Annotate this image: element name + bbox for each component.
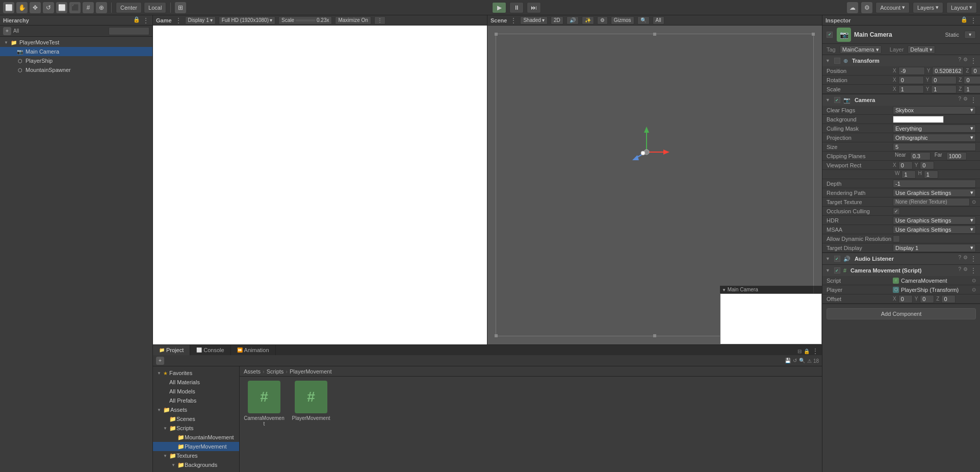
inspector-lock-icon[interactable]: 🔒	[961, 16, 968, 24]
save-icon[interactable]: 💾	[785, 358, 791, 363]
scale-x-input[interactable]	[898, 85, 924, 93]
offset-z-input[interactable]	[941, 295, 956, 303]
scene-canvas[interactable]: ▼ Main Camera	[487, 26, 822, 344]
hierarchy-add-icon[interactable]: +	[3, 27, 11, 35]
vp-h-input[interactable]	[924, 170, 938, 179]
camera-header[interactable]: ▼ ✓ 📷 Camera ? ⚙ ⋮	[822, 94, 980, 106]
tab-console[interactable]: ⬜ Console	[190, 345, 230, 355]
hierarchy-main-camera-item[interactable]: 📷 Main Camera	[0, 47, 152, 56]
layers-btn[interactable]: Layers ▾	[913, 2, 943, 13]
layout-btn[interactable]: Layout ▾	[946, 2, 977, 13]
transform-menu-icon[interactable]: ⋮	[970, 57, 977, 65]
tool-rotate-icon[interactable]: ↺	[43, 2, 54, 13]
scene-menu-icon[interactable]: ⋮	[510, 16, 517, 24]
tree-mountain-movement[interactable]: 📁 MountainMovement	[153, 433, 239, 442]
search-icon[interactable]: 🔍	[799, 358, 805, 363]
cm-settings-icon[interactable]: ⚙	[963, 266, 968, 275]
tab-animation[interactable]: ⏩ Animation	[231, 345, 276, 355]
tree-favorites[interactable]: ▼ ★ Favorites	[153, 368, 239, 378]
audio-btn[interactable]: 🔊	[566, 16, 579, 24]
refresh-icon[interactable]: ↺	[793, 358, 797, 363]
pos-y-input[interactable]	[932, 67, 964, 75]
pause-button[interactable]: ⏸	[509, 2, 524, 13]
scale-btn[interactable]: Scale 0.23x	[278, 16, 332, 24]
fx-btn[interactable]: ✨	[582, 16, 594, 24]
tool-custom-icon[interactable]: ⊕	[96, 2, 107, 13]
hdr-dropdown[interactable]: Use Graphics Settings ▾	[893, 216, 976, 225]
cm-menu-icon[interactable]: ⋮	[970, 266, 977, 275]
inspector-menu-icon[interactable]: ⋮	[970, 16, 977, 24]
cloud-icon[interactable]: ☁	[847, 2, 858, 13]
player-select-icon[interactable]: ⊙	[972, 287, 976, 292]
target-texture-field[interactable]: None (Render Texture)	[893, 198, 970, 206]
transform-header[interactable]: ▼ ⊕ Transform ? ⚙ ⋮	[822, 55, 980, 66]
tool-scale-icon[interactable]: ⬜	[56, 2, 67, 13]
pos-x-input[interactable]	[898, 67, 925, 75]
tree-all-materials[interactable]: All Materials	[153, 378, 239, 387]
handle-tr[interactable]	[812, 33, 815, 36]
layer-dropdown[interactable]: Default ▾	[908, 45, 935, 54]
background-color-swatch[interactable]	[893, 116, 944, 123]
camera-info-icon[interactable]: ?	[958, 96, 961, 104]
audio-settings-icon[interactable]: ⚙	[963, 255, 968, 263]
projection-dropdown[interactable]: Orthographic ▾	[893, 134, 976, 142]
unity-logo-icon[interactable]: ⬜	[3, 2, 14, 13]
handle-tc[interactable]	[653, 33, 656, 36]
tree-assets[interactable]: ▼ 📁 Assets	[153, 405, 239, 414]
handle-bc[interactable]	[653, 334, 656, 337]
collapse-icon[interactable]: ⊟	[797, 349, 802, 354]
far-input[interactable]	[946, 152, 967, 160]
vp-w-input[interactable]	[901, 170, 916, 179]
transform-gizmo[interactable]	[621, 121, 672, 172]
play-button[interactable]: ▶	[492, 2, 506, 13]
near-input[interactable]	[910, 152, 931, 160]
tree-all-prefabs[interactable]: All Prefabs	[153, 396, 239, 405]
maximize-btn[interactable]: Maximize On	[335, 16, 371, 24]
hierarchy-search-input[interactable]	[109, 27, 149, 35]
script-select-icon[interactable]: ⊙	[972, 278, 976, 283]
tree-textures[interactable]: ▼ 📁 Textures	[153, 451, 239, 460]
tree-backgrounds[interactable]: ▼ 📁 Backgrounds	[153, 460, 239, 469]
tool-transform-icon[interactable]: #	[83, 2, 94, 13]
occlusion-culling-checkbox[interactable]: ✓	[893, 208, 900, 215]
file-camera-movement[interactable]: # CameraMovement	[244, 381, 285, 427]
audio-enabled-checkbox[interactable]: ✓	[834, 256, 840, 262]
scene-settings-btn[interactable]: ⚙	[597, 16, 608, 24]
depth-input[interactable]	[893, 180, 976, 188]
cm-enabled-checkbox[interactable]: ✓	[834, 267, 840, 274]
resolution-btn[interactable]: Full HD (1920x1080) ▾	[219, 16, 275, 24]
camera-settings-icon[interactable]: ⚙	[963, 96, 968, 104]
center-toggle-btn[interactable]: Center	[116, 2, 142, 13]
hierarchy-mountainspawner-item[interactable]: ⬡ MountainSpawner	[0, 65, 152, 74]
display-btn[interactable]: Display 1 ▾	[185, 16, 216, 24]
vp-x-input[interactable]	[898, 161, 913, 169]
msaa-dropdown[interactable]: Use Graphics Settings ▾	[893, 226, 976, 234]
tree-all-models[interactable]: All Models	[153, 387, 239, 396]
tool-move-icon[interactable]: ✥	[30, 2, 41, 13]
rot-z-input[interactable]	[964, 76, 980, 84]
tree-player-movement[interactable]: 📁 PlayerMovement	[153, 442, 239, 451]
account-btn[interactable]: Account ▾	[875, 2, 910, 13]
game-menu-icon[interactable]: ⋮	[175, 16, 182, 24]
allow-dynamic-res-checkbox[interactable]	[893, 235, 900, 242]
audio-menu-icon[interactable]: ⋮	[970, 255, 977, 263]
tree-scenes[interactable]: 📁 Scenes	[153, 414, 239, 424]
scale-y-input[interactable]	[931, 85, 957, 93]
camera-enabled-checkbox[interactable]: ✓	[834, 97, 840, 103]
settings-icon[interactable]: ⚙	[861, 2, 872, 13]
vp-y-input[interactable]	[920, 161, 934, 169]
game-extra-btn[interactable]: ⋮	[374, 16, 385, 24]
tool-hand-icon[interactable]: ✋	[16, 2, 28, 13]
hierarchy-playership-item[interactable]: ⬡ PlayerShip	[0, 56, 152, 65]
tree-desert-scene[interactable]: 📁 DesertScene	[153, 469, 239, 472]
tool-rect-icon[interactable]: ⬛	[69, 2, 81, 13]
shaded-btn[interactable]: Shaded ▾	[520, 16, 547, 24]
static-dropdown-btn[interactable]: ▾	[964, 31, 976, 39]
transform-settings-icon[interactable]: ⚙	[963, 57, 968, 65]
all-btn[interactable]: All	[653, 16, 664, 24]
audio-listener-header[interactable]: ▼ ✓ 🔊 Audio Listener ? ⚙ ⋮	[822, 253, 980, 264]
local-toggle-btn[interactable]: Local	[144, 2, 166, 13]
rot-x-input[interactable]	[898, 76, 924, 84]
transform-enabled-checkbox[interactable]	[834, 58, 840, 64]
target-display-dropdown[interactable]: Display 1 ▾	[893, 244, 976, 252]
